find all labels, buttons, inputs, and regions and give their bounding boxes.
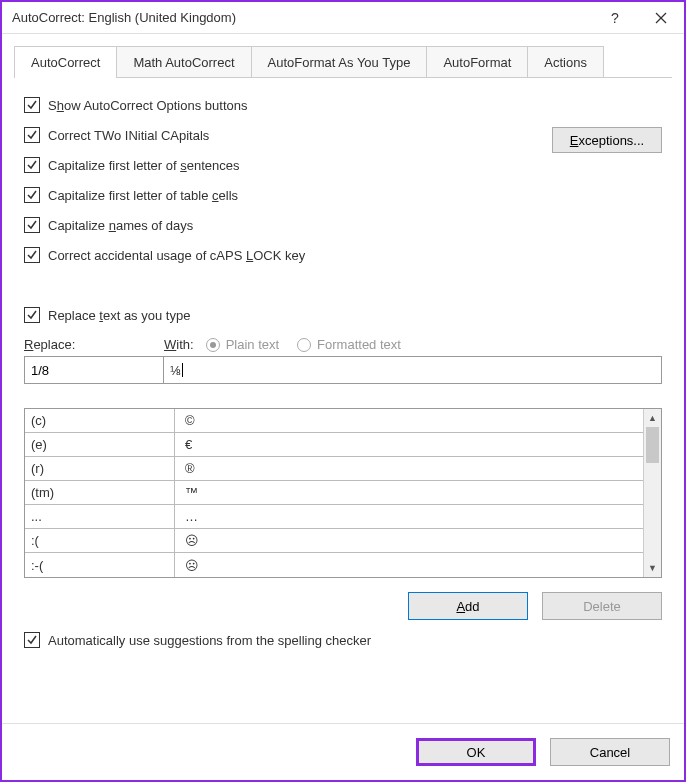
titlebar: AutoCorrect: English (United Kingdom) ? xyxy=(2,2,684,34)
check-spelling-suggestions[interactable] xyxy=(24,632,40,648)
list-item-replace: (tm) xyxy=(25,481,175,504)
list-item-with: ™ xyxy=(175,485,198,500)
label-first-letter-sentences: Capitalize first letter of sentences xyxy=(48,158,239,173)
tab-actions[interactable]: Actions xyxy=(527,46,604,78)
checkmark-icon xyxy=(26,189,38,201)
delete-button: Delete xyxy=(542,592,662,620)
check-caps-lock[interactable] xyxy=(24,247,40,263)
list-item-with: ® xyxy=(175,461,195,476)
label-first-letter-cells: Capitalize first letter of table cells xyxy=(48,188,238,203)
checkmark-icon xyxy=(26,219,38,231)
label-replace-as-you-type: Replace text as you type xyxy=(48,308,190,323)
checkmark-icon xyxy=(26,129,38,141)
tab-autoformat[interactable]: AutoFormat xyxy=(426,46,528,78)
help-button[interactable]: ? xyxy=(592,2,638,34)
scrollbar[interactable]: ▲ ▼ xyxy=(643,409,661,577)
check-replace-as-you-type[interactable] xyxy=(24,307,40,323)
checkmark-icon xyxy=(26,634,38,646)
list-item-with: © xyxy=(175,413,195,428)
ok-button[interactable]: OK xyxy=(416,738,536,766)
list-item[interactable]: (tm)™ xyxy=(25,481,643,505)
checkmark-icon xyxy=(26,99,38,111)
list-item-replace: (e) xyxy=(25,433,175,456)
with-label: With: xyxy=(164,337,194,352)
checkmark-icon xyxy=(26,159,38,171)
with-input[interactable]: ⅛ xyxy=(163,356,662,384)
tab-autocorrect[interactable]: AutoCorrect xyxy=(14,46,117,78)
list-item[interactable]: (r)® xyxy=(25,457,643,481)
check-first-letter-cells[interactable] xyxy=(24,187,40,203)
list-item-with: ☹ xyxy=(175,558,199,573)
checkmark-icon xyxy=(26,249,38,261)
tab-autoformat-as-you-type[interactable]: AutoFormat As You Type xyxy=(251,46,428,78)
close-icon xyxy=(655,12,667,24)
autocorrect-list: (c)©(e)€(r)®(tm)™...…:(☹:-(☹ ▲ ▼ xyxy=(24,408,662,578)
list-item-replace: (r) xyxy=(25,457,175,480)
radio-icon xyxy=(297,338,311,352)
label-two-initial-caps: Correct TWo INitial CApitals xyxy=(48,128,209,143)
radio-plain-text: Plain text xyxy=(206,337,279,352)
label-spelling-suggestions: Automatically use suggestions from the s… xyxy=(48,633,371,648)
scroll-down-icon[interactable]: ▼ xyxy=(644,559,661,577)
check-first-letter-sentences[interactable] xyxy=(24,157,40,173)
replace-label: Replace: xyxy=(24,337,164,352)
tab-strip: AutoCorrect Math AutoCorrect AutoFormat … xyxy=(2,34,684,78)
dialog-footer: OK Cancel xyxy=(2,723,684,780)
list-item[interactable]: :(☹ xyxy=(25,529,643,553)
list-item[interactable]: :-(☹ xyxy=(25,553,643,577)
window-title: AutoCorrect: English (United Kingdom) xyxy=(12,10,592,25)
list-item[interactable]: ...… xyxy=(25,505,643,529)
check-two-initial-caps[interactable] xyxy=(24,127,40,143)
label-show-options: Show AutoCorrect Options buttons xyxy=(48,98,247,113)
label-names-of-days: Capitalize names of days xyxy=(48,218,193,233)
list-item-replace: :( xyxy=(25,529,175,552)
scroll-thumb[interactable] xyxy=(646,427,659,463)
radio-icon xyxy=(206,338,220,352)
radio-formatted-text: Formatted text xyxy=(297,337,401,352)
list-item-with: € xyxy=(175,437,192,452)
add-button[interactable]: Add xyxy=(408,592,528,620)
list-item-with: ☹ xyxy=(175,533,199,548)
replace-input[interactable] xyxy=(24,356,164,384)
list-item[interactable]: (c)© xyxy=(25,409,643,433)
list-item-replace: ... xyxy=(25,505,175,528)
tab-panel: Show AutoCorrect Options buttons Correct… xyxy=(2,79,684,705)
text-cursor xyxy=(182,363,183,377)
autocorrect-dialog: AutoCorrect: English (United Kingdom) ? … xyxy=(0,0,686,782)
checkmark-icon xyxy=(26,309,38,321)
tab-math-autocorrect[interactable]: Math AutoCorrect xyxy=(116,46,251,78)
list-item-replace: (c) xyxy=(25,409,175,432)
list-item[interactable]: (e)€ xyxy=(25,433,643,457)
close-button[interactable] xyxy=(638,2,684,34)
check-show-options[interactable] xyxy=(24,97,40,113)
exceptions-button[interactable]: Exceptions... xyxy=(552,127,662,153)
label-caps-lock: Correct accidental usage of cAPS LOCK ke… xyxy=(48,248,305,263)
list-item-with: … xyxy=(175,509,198,524)
scroll-up-icon[interactable]: ▲ xyxy=(644,409,661,427)
cancel-button[interactable]: Cancel xyxy=(550,738,670,766)
check-names-of-days[interactable] xyxy=(24,217,40,233)
list-item-replace: :-( xyxy=(25,553,175,577)
